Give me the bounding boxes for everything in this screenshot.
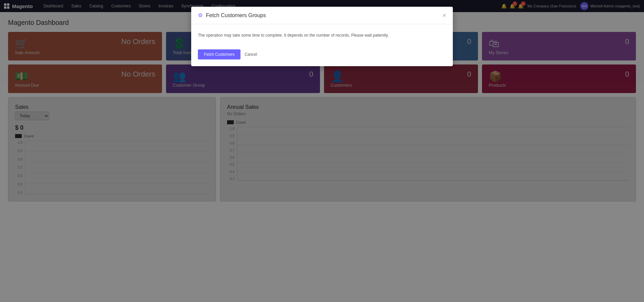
cancel-button[interactable]: Cancel [243, 49, 258, 59]
modal-footer: Fetch Customers Cancel [191, 49, 453, 66]
modal-title-icon: ⚙ [198, 12, 203, 18]
fetch-customers-modal: ⚙ Fetch Customers Groups × The operation… [191, 7, 453, 66]
modal-body-text: The operation may take some time to comp… [198, 32, 446, 39]
modal-close-button[interactable]: × [442, 12, 446, 18]
fetch-customers-button[interactable]: Fetch Customers [198, 49, 240, 59]
modal-overlay: ⚙ Fetch Customers Groups × The operation… [0, 0, 644, 208]
modal-body: The operation may take some time to comp… [191, 24, 453, 49]
modal-title-text: Fetch Customers Groups [206, 12, 266, 18]
modal-title: ⚙ Fetch Customers Groups [198, 12, 266, 18]
modal-header: ⚙ Fetch Customers Groups × [191, 7, 453, 24]
